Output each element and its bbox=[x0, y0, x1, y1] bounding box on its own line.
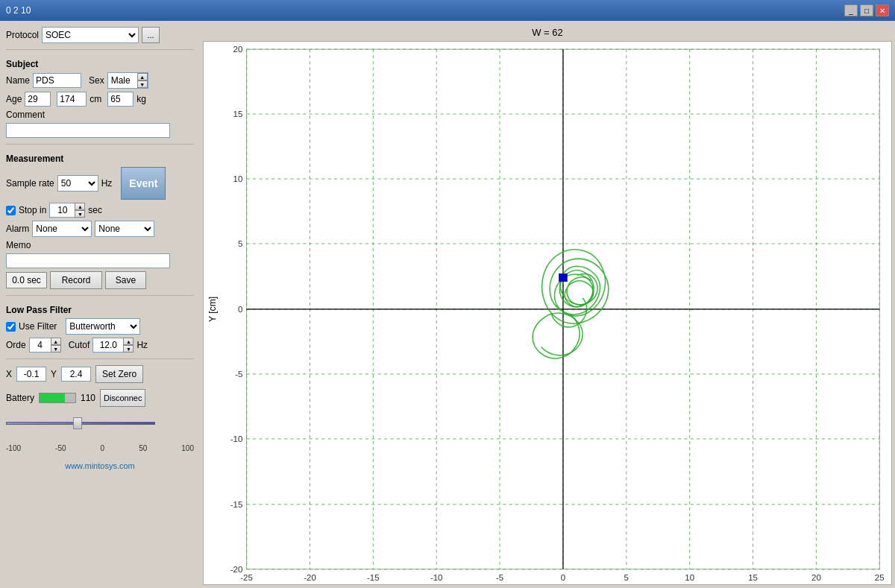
protocol-select[interactable]: SOEC bbox=[42, 27, 139, 43]
name-input[interactable] bbox=[33, 73, 81, 88]
sample-rate-select[interactable]: 50 100 200 bbox=[57, 175, 98, 192]
slider-labels: -100 -50 0 50 100 bbox=[6, 444, 194, 452]
slider-label-min: -100 bbox=[6, 444, 21, 452]
comment-row: Comment bbox=[6, 110, 194, 120]
order-spinner: ▲ ▼ bbox=[29, 338, 61, 353]
order-down[interactable]: ▼ bbox=[51, 345, 61, 353]
sex-spinner-btns: ▲ ▼ bbox=[137, 73, 148, 88]
stop-in-down[interactable]: ▼ bbox=[75, 210, 85, 218]
xy-row: X -0.1 Y 2.4 Set Zero bbox=[6, 365, 194, 383]
cutoff-spinner-btns: ▲ ▼ bbox=[123, 338, 134, 353]
slider-label-0: 0 bbox=[101, 444, 105, 452]
window-controls: _ □ ✕ bbox=[844, 4, 889, 16]
filter-params-row: Orde ▲ ▼ Cutof ▲ ▼ Hz bbox=[6, 338, 194, 353]
svg-text:-20: -20 bbox=[230, 565, 243, 574]
svg-text:0: 0 bbox=[561, 573, 565, 582]
left-panel: Protocol SOEC ... Subject Name Sex Male … bbox=[0, 21, 200, 588]
set-zero-button[interactable]: Set Zero bbox=[95, 365, 143, 383]
memo-input[interactable] bbox=[6, 253, 170, 268]
battery-value: 110 bbox=[81, 393, 95, 403]
order-up[interactable]: ▲ bbox=[51, 338, 61, 345]
use-filter-label: Use Filter bbox=[19, 321, 57, 332]
comment-input[interactable] bbox=[6, 123, 170, 138]
svg-text:-20: -20 bbox=[304, 573, 316, 582]
cutoff-down[interactable]: ▼ bbox=[123, 345, 134, 353]
alarm-select-1[interactable]: None Low Medium High bbox=[32, 221, 92, 237]
alarm-select-2[interactable]: None Low Medium High bbox=[95, 221, 154, 237]
website-link[interactable]: www.mintosys.com bbox=[6, 461, 194, 470]
svg-text:15: 15 bbox=[748, 573, 758, 582]
order-input[interactable] bbox=[29, 338, 51, 353]
svg-text:-10: -10 bbox=[430, 573, 443, 582]
svg-rect-46 bbox=[559, 274, 567, 281]
filter-section-title: Low Pass Filter bbox=[6, 305, 194, 315]
weight-input[interactable] bbox=[107, 92, 134, 107]
sample-rate-unit: Hz bbox=[101, 178, 113, 189]
restore-button[interactable]: □ bbox=[860, 4, 873, 16]
sex-spinner: Male ▲ ▼ bbox=[107, 72, 148, 89]
svg-text:-5: -5 bbox=[235, 370, 242, 379]
name-row: Name Sex Male ▲ ▼ bbox=[6, 72, 194, 89]
cutoff-unit: Hz bbox=[136, 340, 148, 350]
sample-rate-row: Sample rate 50 100 200 Hz Event bbox=[6, 167, 194, 200]
cutoff-up[interactable]: ▲ bbox=[123, 338, 134, 345]
height-unit: cm bbox=[90, 94, 101, 104]
close-button[interactable]: ✕ bbox=[876, 4, 889, 16]
cutoff-label: Cutof bbox=[69, 340, 90, 350]
svg-text:Y [cm]: Y [cm] bbox=[207, 297, 218, 322]
minimize-button[interactable]: _ bbox=[844, 4, 858, 16]
sex-up-button[interactable]: ▲ bbox=[137, 73, 148, 80]
slider-thumb[interactable] bbox=[73, 417, 82, 429]
cutoff-input[interactable] bbox=[92, 338, 124, 353]
comment-label: Comment bbox=[6, 110, 45, 120]
stop-in-input[interactable] bbox=[49, 203, 75, 218]
right-panel: W = 62 bbox=[200, 21, 895, 588]
svg-text:0: 0 bbox=[238, 305, 242, 314]
filter-type-select[interactable]: Butterworth Chebyshev bbox=[66, 318, 140, 335]
record-button[interactable]: Record bbox=[50, 271, 102, 289]
svg-text:-15: -15 bbox=[367, 573, 380, 582]
svg-text:X [cm]: X [cm] bbox=[550, 584, 577, 584]
age-input[interactable] bbox=[25, 92, 51, 107]
cutoff-spinner: ▲ ▼ bbox=[92, 338, 134, 353]
svg-text:20: 20 bbox=[811, 573, 821, 582]
alarm-label: Alarm bbox=[6, 224, 29, 234]
svg-text:5: 5 bbox=[624, 573, 629, 582]
alarm-row: Alarm None Low Medium High None Low Medi… bbox=[6, 221, 194, 237]
svg-text:5: 5 bbox=[238, 239, 242, 248]
stop-in-checkbox[interactable] bbox=[6, 206, 16, 215]
slider-track-area bbox=[6, 416, 155, 431]
title-bar: 0 2 10 _ □ ✕ bbox=[0, 0, 895, 21]
protocol-row: Protocol SOEC ... bbox=[6, 27, 194, 43]
main-container: Protocol SOEC ... Subject Name Sex Male … bbox=[0, 21, 895, 588]
separator-1 bbox=[6, 49, 194, 50]
battery-label: Battery bbox=[6, 393, 34, 403]
svg-text:-25: -25 bbox=[240, 573, 253, 582]
slider-label-50: 50 bbox=[139, 444, 147, 452]
save-button[interactable]: Save bbox=[105, 271, 146, 289]
svg-text:-15: -15 bbox=[230, 500, 243, 509]
svg-text:10: 10 bbox=[685, 573, 694, 582]
time-display: 0.0 sec bbox=[6, 272, 47, 288]
event-button[interactable]: Event bbox=[121, 167, 166, 200]
chart-area: 20 15 10 5 0 -5 -10 -15 -20 -25 -20 -15 … bbox=[203, 41, 892, 585]
stop-in-row: Stop in ▲ ▼ sec bbox=[6, 203, 194, 218]
memo-input-row bbox=[6, 253, 194, 268]
sex-down-button[interactable]: ▼ bbox=[137, 80, 148, 88]
order-label: Orde bbox=[6, 340, 26, 350]
height-input[interactable] bbox=[57, 92, 87, 107]
use-filter-checkbox[interactable] bbox=[6, 322, 16, 332]
stop-in-spinner-btns: ▲ ▼ bbox=[75, 203, 85, 218]
window-title: 0 2 10 bbox=[6, 5, 31, 16]
comment-input-row bbox=[6, 123, 194, 138]
svg-text:25: 25 bbox=[875, 573, 885, 582]
sex-label: Sex bbox=[89, 75, 104, 86]
measurement-section-title: Measurement bbox=[6, 154, 194, 164]
stop-in-unit: sec bbox=[88, 205, 102, 215]
disconnect-button[interactable]: Disconnec bbox=[100, 389, 145, 407]
svg-text:10: 10 bbox=[233, 174, 243, 183]
chart-title: W = 62 bbox=[203, 24, 892, 41]
stop-in-label: Stop in bbox=[19, 205, 46, 215]
protocol-browse-button[interactable]: ... bbox=[142, 27, 160, 43]
stop-in-up[interactable]: ▲ bbox=[75, 203, 85, 210]
